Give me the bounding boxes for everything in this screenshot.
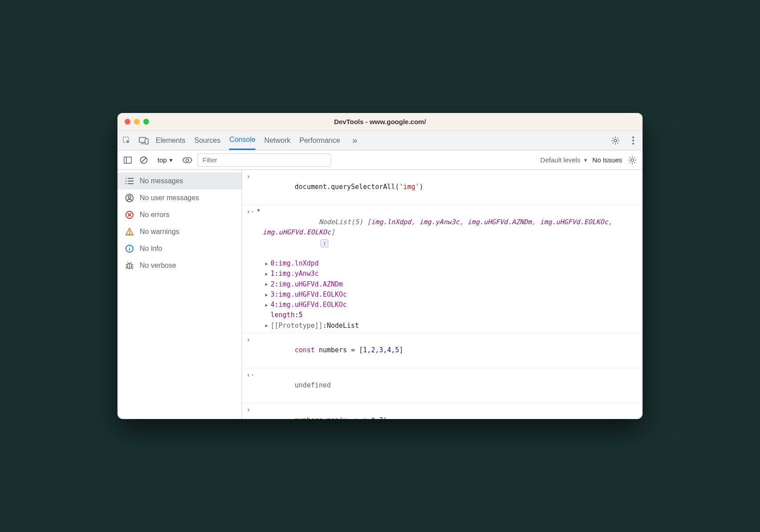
settings-gear-icon[interactable]	[610, 135, 621, 146]
tabbar: Elements Sources Console Network Perform…	[117, 131, 643, 150]
titlebar: DevTools - www.google.com/	[117, 113, 643, 131]
nodelist-item[interactable]: img.yAnw3c	[419, 218, 459, 226]
svg-point-4	[614, 139, 617, 142]
main-area: No messages No user messages No errors N…	[117, 170, 643, 419]
console-input-row: › numbers.map(x => x * 2)	[242, 403, 643, 419]
expand-caret-icon[interactable]	[263, 281, 271, 288]
output-marker-icon: ‹·	[247, 370, 255, 380]
clear-console-icon[interactable]	[138, 154, 150, 166]
svg-point-22	[128, 196, 131, 198]
nodelist-item[interactable]: img.uHGFVd.EOLKOc	[263, 228, 331, 236]
info-icon	[125, 244, 134, 254]
minimize-window-button[interactable]	[134, 119, 140, 125]
index: 3	[271, 290, 275, 300]
sidebar-item-errors[interactable]: No errors	[117, 206, 242, 223]
svg-point-13	[186, 159, 189, 161]
tab-performance[interactable]: Performance	[299, 131, 340, 150]
svg-point-5	[632, 137, 634, 138]
expand-caret-icon[interactable]	[263, 270, 271, 278]
chevron-down-icon: ▼	[169, 157, 174, 163]
error-icon	[125, 210, 134, 220]
code-text: document.querySelectorAll(	[295, 183, 399, 191]
info-badge-icon[interactable]: i	[320, 239, 328, 247]
console-settings-gear-icon[interactable]	[627, 154, 638, 166]
toggle-sidebar-icon[interactable]	[122, 154, 133, 166]
svg-point-6	[632, 140, 634, 141]
svg-rect-3	[145, 139, 148, 144]
maximize-window-button[interactable]	[143, 119, 149, 125]
sidebar-item-user-messages[interactable]: No user messages	[117, 189, 242, 206]
index: 0	[271, 258, 275, 269]
close-window-button[interactable]	[125, 119, 130, 125]
bracket: ]	[331, 228, 335, 236]
log-levels-selector[interactable]: Default levels ▼	[540, 156, 588, 164]
kebab-menu-icon[interactable]	[627, 135, 639, 146]
nodelist-element[interactable]: img.uHGFVd.AZNDm	[279, 279, 343, 290]
expand-caret-icon[interactable]	[263, 291, 271, 298]
sidebar-label: No info	[140, 245, 162, 253]
tab-elements[interactable]: Elements	[156, 131, 186, 150]
sidebar-item-verbose[interactable]: No verbose	[117, 257, 242, 274]
input-marker-icon: ›	[247, 172, 255, 182]
undefined-result: undefined	[295, 381, 331, 389]
more-tabs-icon[interactable]: »	[349, 135, 360, 146]
sidebar-label: No warnings	[140, 228, 179, 236]
window-title: DevTools - www.google.com/	[117, 118, 643, 125]
issues-text[interactable]: No Issues	[592, 156, 622, 164]
context-label: top	[158, 156, 167, 164]
svg-line-11	[141, 158, 146, 162]
nodelist-header: NodeList(5)	[319, 218, 363, 226]
property-name: [[Prototype]]	[271, 321, 323, 331]
code-keyword: const	[295, 346, 315, 354]
expand-caret-icon[interactable]	[255, 207, 263, 258]
nodelist-item[interactable]: img.uHGFVd.AZNDm	[468, 218, 532, 226]
nodelist-element[interactable]: img.yAnw3c	[279, 269, 319, 279]
sidebar-item-messages[interactable]: No messages	[117, 173, 242, 189]
input-marker-icon: ›	[247, 335, 255, 345]
sidebar: No messages No user messages No errors N…	[117, 170, 242, 419]
bracket: [	[363, 218, 371, 226]
tab-sources[interactable]: Sources	[194, 131, 221, 150]
sidebar-label: No errors	[140, 211, 170, 219]
expand-caret-icon[interactable]	[263, 322, 271, 329]
nodelist-element[interactable]: img.uHGFVd.EOLKOc	[279, 300, 347, 310]
traffic-lights	[117, 119, 149, 125]
tab-console[interactable]: Console	[229, 131, 255, 150]
svg-point-7	[632, 143, 634, 145]
console-output: › document.querySelectorAll('img') ‹· No…	[242, 170, 643, 419]
levels-label: Default levels	[540, 156, 580, 164]
filter-input[interactable]	[198, 153, 331, 167]
property-name: length	[271, 310, 295, 320]
input-marker-icon: ›	[247, 405, 255, 415]
console-input-row: › document.querySelectorAll('img')	[242, 170, 643, 205]
console-output-row: ‹· undefined	[242, 368, 643, 403]
device-toolbar-icon[interactable]	[138, 135, 150, 146]
nodelist-element[interactable]: img.uHGFVd.EOLKOc	[279, 290, 347, 300]
output-marker-icon: ‹·	[247, 207, 255, 217]
nodelist-element[interactable]: img.lnXdpd	[279, 258, 319, 269]
sidebar-item-info[interactable]: No info	[117, 240, 242, 257]
expand-caret-icon[interactable]	[263, 260, 271, 267]
bug-icon	[125, 261, 134, 270]
console-output-row: ‹· NodeList(5) [img.lnXdpd, img.yAnw3c, …	[242, 205, 643, 333]
sidebar-label: No messages	[140, 177, 183, 185]
svg-rect-8	[124, 157, 131, 163]
svg-point-27	[129, 234, 130, 234]
context-selector[interactable]: top ▼	[154, 154, 177, 165]
nodelist-item[interactable]: img.uHGFVd.EOLKOc	[540, 218, 608, 226]
live-expression-icon[interactable]	[182, 154, 193, 166]
index: 4	[271, 300, 275, 310]
inspect-element-icon[interactable]	[121, 135, 133, 146]
svg-point-14	[631, 159, 634, 161]
code-text: numbers.map(x => x * 2)	[295, 416, 387, 419]
console-toolbar: top ▼ Default levels ▼ No Issues	[117, 150, 643, 170]
chevron-down-icon: ▼	[583, 157, 588, 163]
tab-network[interactable]: Network	[264, 131, 291, 150]
nodelist-item[interactable]: img.lnXdpd	[371, 218, 411, 226]
expand-caret-icon[interactable]	[263, 302, 271, 309]
property-value[interactable]: NodeList	[327, 321, 359, 331]
code-text: )	[419, 183, 423, 191]
code-string: 'img'	[399, 183, 419, 191]
sidebar-item-warnings[interactable]: No warnings	[117, 223, 242, 240]
index: 2	[271, 279, 275, 290]
